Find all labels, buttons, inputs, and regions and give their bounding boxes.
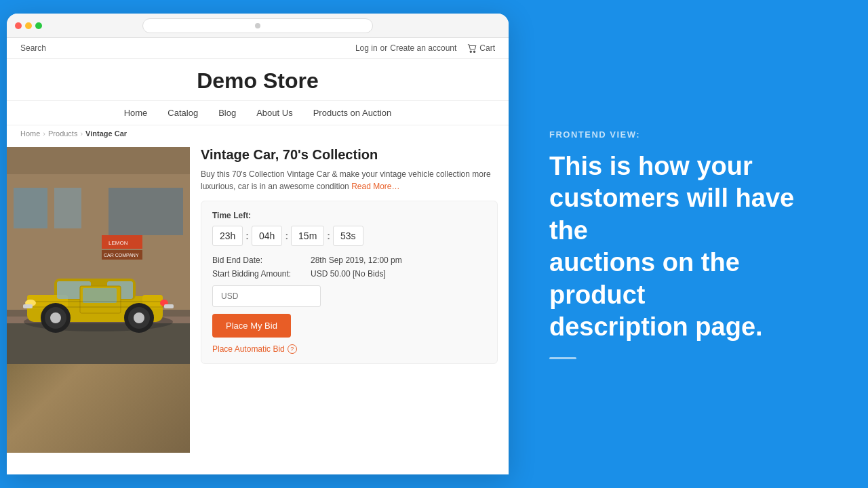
bid-input-container bbox=[212, 285, 486, 307]
nav-catalog[interactable]: Catalog bbox=[167, 108, 198, 118]
browser-dots bbox=[15, 22, 42, 29]
auto-bid-link[interactable]: Place Automatic Bid ? bbox=[212, 344, 486, 354]
frontend-label: FRONTEND VIEW: bbox=[549, 129, 827, 140]
search-label: Search bbox=[20, 43, 46, 53]
store-title: Demo Store bbox=[20, 68, 495, 94]
auction-box: Time Left: 23h : 04h : 15m : 53s bbox=[201, 201, 498, 364]
product-info: Vintage Car, 70's Collection Buy this 70… bbox=[190, 147, 509, 453]
login-link[interactable]: Log in bbox=[355, 43, 378, 53]
product-image: LEMON CAR COMPANY bbox=[7, 147, 190, 453]
svg-text:CAR COMPANY: CAR COMPANY bbox=[104, 253, 139, 258]
product-title: Vintage Car, 70's Collection bbox=[201, 147, 498, 163]
countdown-sep-3: : bbox=[327, 230, 330, 241]
help-icon: ? bbox=[288, 344, 297, 354]
start-bid-label: Start Bidding Amount: bbox=[212, 269, 311, 279]
store-content: Search Log in or Create an account Cart … bbox=[7, 38, 509, 474]
countdown-sep-1: : bbox=[245, 230, 249, 241]
bid-end-row: Bid End Date: 28th Sep 2019, 12:00 pm bbox=[212, 256, 486, 265]
countdown: 23h : 04h : 15m : 53s bbox=[212, 226, 486, 246]
minimize-dot[interactable] bbox=[25, 22, 32, 29]
nav-about[interactable]: About Us bbox=[256, 108, 292, 118]
countdown-minutes: 04h bbox=[252, 226, 282, 246]
time-left-label: Time Left: bbox=[212, 211, 486, 220]
store-top-bar: Search Log in or Create an account Cart bbox=[7, 38, 509, 59]
store-title-area: Demo Store bbox=[7, 59, 509, 101]
nav-home[interactable]: Home bbox=[124, 108, 148, 118]
countdown-ms: 53s bbox=[333, 226, 363, 246]
product-description: Buy this 70's Collection Vintage Car & m… bbox=[201, 168, 498, 192]
url-indicator bbox=[255, 23, 260, 28]
breadcrumb-current: Vintage Car bbox=[85, 129, 127, 138]
start-bid-row: Start Bidding Amount: USD 50.00 [No Bids… bbox=[212, 269, 486, 279]
cart-icon bbox=[467, 43, 477, 53]
svg-text:LEMON: LEMON bbox=[108, 240, 128, 246]
browser-chrome bbox=[7, 14, 509, 38]
svg-rect-4 bbox=[14, 188, 47, 228]
cart-label: Cart bbox=[479, 43, 495, 53]
or-text: or bbox=[380, 43, 388, 53]
svg-rect-33 bbox=[164, 304, 174, 308]
svg-point-26 bbox=[50, 312, 61, 323]
bid-input[interactable] bbox=[212, 285, 321, 307]
svg-rect-22 bbox=[83, 288, 117, 303]
browser-panel: Search Log in or Create an account Cart … bbox=[0, 0, 515, 488]
svg-point-29 bbox=[134, 312, 144, 323]
frontend-heading: This is how your customers will have the… bbox=[549, 150, 827, 344]
product-area: LEMON CAR COMPANY bbox=[7, 142, 509, 453]
maximize-dot[interactable] bbox=[35, 22, 42, 29]
breadcrumb-sep-2: › bbox=[80, 129, 83, 138]
breadcrumb-home[interactable]: Home bbox=[20, 129, 40, 138]
place-bid-button[interactable]: Place My Bid bbox=[212, 314, 291, 338]
countdown-sep-2: : bbox=[285, 230, 288, 241]
right-panel: FRONTEND VIEW: This is how your customer… bbox=[515, 0, 868, 488]
svg-point-1 bbox=[474, 51, 475, 52]
store-nav: Home Catalog Blog About Us Products on A… bbox=[7, 101, 509, 125]
nav-auction[interactable]: Products on Auction bbox=[313, 108, 392, 118]
svg-rect-32 bbox=[23, 304, 33, 308]
breadcrumb-sep-1: › bbox=[43, 129, 45, 138]
heading-divider bbox=[549, 357, 576, 359]
car-image-svg: LEMON CAR COMPANY bbox=[7, 147, 190, 364]
read-more-link[interactable]: Read More… bbox=[351, 182, 399, 191]
cart-link[interactable]: Cart bbox=[467, 43, 495, 53]
create-account-link[interactable]: Create an account bbox=[390, 43, 456, 53]
bid-end-label: Bid End Date: bbox=[212, 256, 311, 265]
breadcrumb: Home › Products › Vintage Car bbox=[7, 125, 509, 142]
bid-end-value: 28th Sep 2019, 12:00 pm bbox=[311, 256, 402, 265]
nav-blog[interactable]: Blog bbox=[218, 108, 236, 118]
countdown-seconds: 15m bbox=[291, 226, 324, 246]
svg-rect-5 bbox=[54, 188, 81, 228]
browser-card: Search Log in or Create an account Cart … bbox=[7, 14, 509, 474]
start-bid-value: USD 50.00 [No Bids] bbox=[311, 269, 386, 279]
breadcrumb-products[interactable]: Products bbox=[48, 129, 77, 138]
svg-rect-6 bbox=[108, 188, 183, 235]
countdown-hours: 23h bbox=[212, 226, 243, 246]
product-image-container: LEMON CAR COMPANY bbox=[7, 147, 190, 453]
url-bar[interactable] bbox=[142, 18, 373, 33]
svg-point-0 bbox=[471, 51, 472, 52]
close-dot[interactable] bbox=[15, 22, 22, 29]
